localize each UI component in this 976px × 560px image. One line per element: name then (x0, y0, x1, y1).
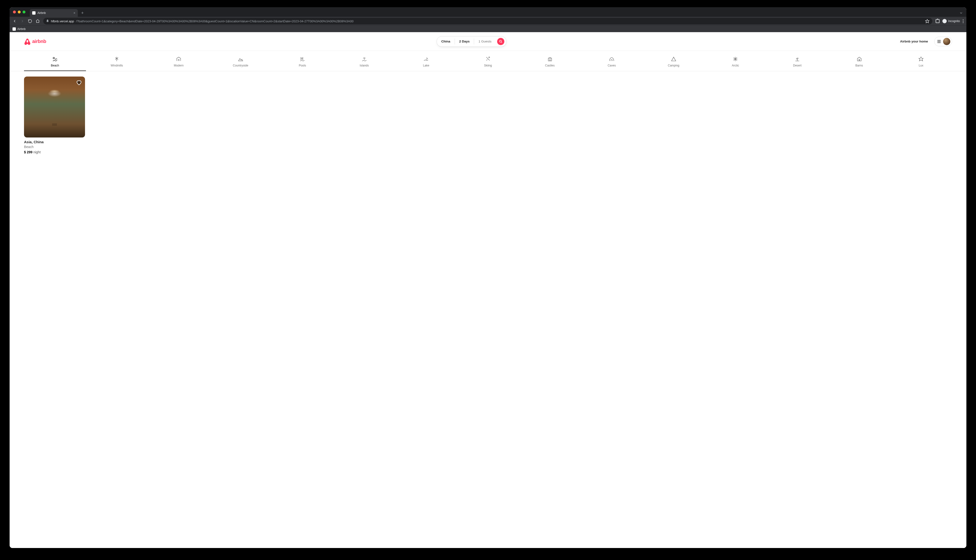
hamburger-icon (938, 40, 941, 43)
category-label: Caves (608, 64, 616, 67)
caves-icon (609, 56, 615, 62)
listing-subtitle: Beach (24, 145, 85, 149)
extensions-button[interactable] (936, 19, 939, 23)
browser-tab[interactable]: ▲ Airbnb × (30, 9, 78, 17)
window-minimize-button[interactable] (18, 10, 21, 13)
category-label: Barns (856, 64, 863, 67)
category-label: Modern (174, 64, 184, 67)
camping-icon (671, 56, 677, 62)
category-windmills[interactable]: Windmills (86, 55, 148, 71)
svg-line-2 (501, 42, 502, 43)
listings-grid: Asia, ChinaBeach$ 299 night (10, 71, 966, 159)
category-lake[interactable]: Lake (395, 55, 457, 71)
skiing-icon (485, 56, 491, 62)
address-bar[interactable]: hfbnb.vercel.app/?bathroomCount=1&catego… (43, 18, 932, 25)
category-arctic[interactable]: Arctic (705, 55, 767, 71)
svg-point-1 (500, 40, 501, 42)
url-host: hfbnb.vercel.app (51, 20, 74, 23)
bookmark-star-button[interactable] (925, 19, 929, 23)
search-button[interactable] (497, 38, 504, 45)
windmills-icon (114, 56, 120, 62)
lake-icon (423, 56, 429, 62)
listing-image (24, 77, 85, 137)
incognito-indicator[interactable]: Incognito (943, 19, 960, 23)
category-label: Pools (299, 64, 306, 67)
castles-icon (547, 56, 553, 62)
category-pools[interactable]: Pools (271, 55, 333, 71)
svg-point-4 (489, 57, 490, 58)
svg-marker-0 (926, 20, 929, 23)
window-controls (13, 7, 25, 17)
forward-button[interactable] (20, 19, 25, 23)
reload-button[interactable] (28, 19, 32, 23)
category-label: Castles (545, 64, 555, 67)
incognito-icon (943, 19, 947, 23)
new-tab-button[interactable]: + (78, 9, 87, 17)
countryside-icon (238, 56, 244, 62)
category-desert[interactable]: Desert (766, 55, 828, 71)
avatar (943, 38, 950, 45)
svg-marker-5 (919, 57, 923, 61)
category-label: Lux (919, 64, 923, 67)
brand-logo[interactable]: airbnb (24, 38, 46, 45)
listing-card[interactable]: Asia, ChinaBeach$ 299 night (24, 77, 85, 154)
category-skiing[interactable]: Skiing (457, 55, 519, 71)
tab-close-button[interactable]: × (74, 11, 75, 15)
arctic-icon (732, 56, 738, 62)
bookmarks-bar: ▲ Airbnb (10, 25, 966, 32)
category-castles[interactable]: Castles (519, 55, 581, 71)
user-menu-button[interactable] (934, 37, 952, 46)
back-button[interactable] (12, 19, 17, 23)
bookmark-item[interactable]: ▲ Airbnb (12, 27, 26, 31)
tabs-dropdown-button[interactable] (956, 9, 966, 17)
search-guests[interactable]: 1 Guests (474, 38, 496, 44)
page-content: airbnb China 2 Days 1 Guests Airbnb your… (10, 32, 966, 548)
category-barns[interactable]: Barns (828, 55, 890, 71)
lux-icon (918, 56, 924, 62)
search-pill[interactable]: China 2 Days 1 Guests (436, 36, 506, 47)
category-bar: BeachWindmillsModernCountrysidePoolsIsla… (10, 51, 966, 71)
tab-favicon: ▲ (32, 11, 35, 15)
modern-icon (176, 56, 182, 62)
category-countryside[interactable]: Countryside (210, 55, 272, 71)
header-right: Airbnb your home (897, 37, 952, 46)
search-location[interactable]: China (437, 38, 455, 44)
listing-price: $ 299 night (24, 150, 85, 154)
search-duration[interactable]: 2 Days (455, 38, 474, 44)
category-caves[interactable]: Caves (581, 55, 643, 71)
favorite-button[interactable] (76, 79, 82, 86)
window-close-button[interactable] (13, 10, 16, 13)
barns-icon (856, 56, 862, 62)
category-camping[interactable]: Camping (643, 55, 705, 71)
category-label: Skiing (484, 64, 492, 67)
svg-point-3 (53, 57, 55, 59)
category-label: Arctic (732, 64, 739, 67)
category-label: Desert (793, 64, 801, 67)
brand-name: airbnb (32, 38, 46, 44)
category-islands[interactable]: Islands (333, 55, 395, 71)
category-label: Camping (668, 64, 679, 67)
search-icon (499, 40, 502, 43)
home-button[interactable] (35, 19, 40, 23)
bookmark-label: Airbnb (17, 27, 26, 31)
category-label: Lake (423, 64, 429, 67)
bookmark-favicon: ▲ (12, 27, 16, 31)
category-label: Islands (360, 64, 369, 67)
category-label: Countryside (233, 64, 248, 67)
category-label: Beach (51, 64, 59, 67)
airbnb-logo-icon (24, 38, 31, 45)
islands-icon (361, 56, 367, 62)
browser-toolbar: hfbnb.vercel.app/?bathroomCount=1&catego… (10, 17, 966, 25)
lock-icon (46, 20, 49, 23)
host-home-link[interactable]: Airbnb your home (897, 37, 931, 46)
category-lux[interactable]: Lux (890, 55, 952, 71)
listing-title: Asia, China (24, 140, 85, 144)
site-header: airbnb China 2 Days 1 Guests Airbnb your… (10, 32, 966, 51)
category-beach[interactable]: Beach (24, 55, 86, 71)
window-maximize-button[interactable] (23, 10, 25, 13)
browser-tabbar: ▲ Airbnb × + (10, 7, 966, 17)
category-label: Windmills (111, 64, 123, 67)
browser-menu-button[interactable] (963, 20, 964, 23)
category-modern[interactable]: Modern (148, 55, 210, 71)
beach-icon (52, 56, 58, 62)
